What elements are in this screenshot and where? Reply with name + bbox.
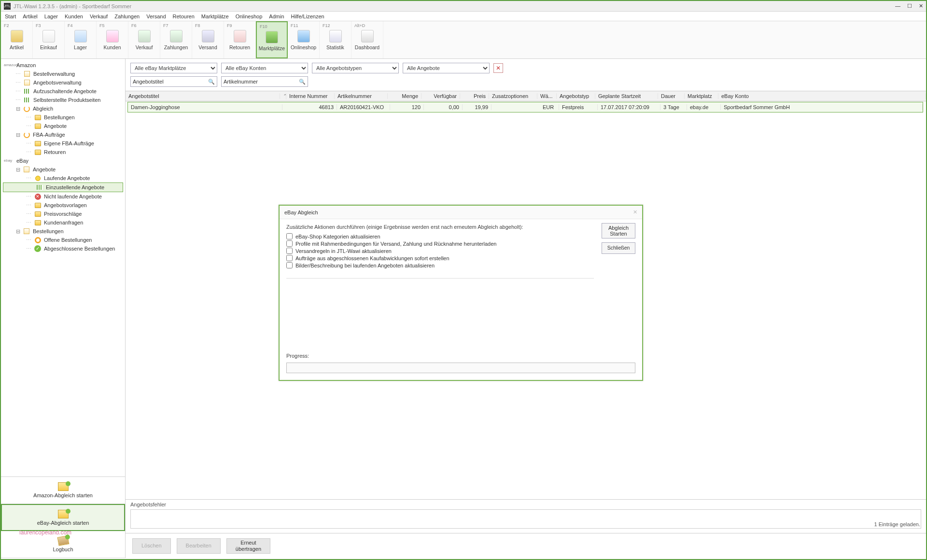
tree-aufzuschaltende[interactable]: ⋯Aufzuschaltende Angebote [1,87,125,96]
tree-abgleich-bestellungen[interactable]: ⋯Bestellungen [1,113,125,122]
tree-selbsterstellte[interactable]: ⋯Selbsterstellte Produktseiten [1,96,125,104]
col-anum[interactable]: Artikelnummer [335,93,388,99]
errors-label: Angebotsfehler [130,502,921,507]
menu-start[interactable]: Start [5,14,16,19]
folder-icon [35,203,41,208]
abgleich-starten-button[interactable]: AbgleichStarten [602,223,635,238]
tree-abgeschlossene-bestellungen[interactable]: ⋯✓Abgeschlossene Bestellungen [1,244,125,253]
dialog-titlebar[interactable]: eBay Abgleich ✕ [280,206,642,219]
ribbon-marktplaetze[interactable]: F10Marktplätze [256,21,288,58]
dashboard-icon [361,30,374,42]
col-konto[interactable]: eBay Konto [718,93,926,99]
tree-kundenanfragen[interactable]: ⋯Kundenanfragen [1,218,125,227]
checkbox[interactable] [286,262,293,268]
maximize-icon[interactable]: ☐ [907,3,912,9]
schliessen-button[interactable]: Schließen [602,242,635,254]
checkbox[interactable] [286,248,293,254]
col-title[interactable]: Angebotstitel [126,93,280,99]
tree-abgleich-angebote[interactable]: ⋯Angebote [1,122,125,130]
people-icon [106,30,119,42]
search-artnum-input[interactable]: Artikelnummer🔍 [221,76,308,87]
sort-icon[interactable]: ⌃ [280,93,286,99]
ribbon-retouren[interactable]: F9Retouren [224,21,256,58]
search-title-input[interactable]: Angebotstitel🔍 [130,76,217,87]
tree-angebotsverwaltung[interactable]: ⋯Angebotsverwaltung [1,78,125,87]
col-atyp[interactable]: Angebotstyp [557,93,595,99]
dialog-close-icon[interactable]: ✕ [633,209,637,215]
tree-angebotsvorlagen[interactable]: ⋯Angebotsvorlagen [1,201,125,210]
filter-types[interactable]: Alle Angebotstypen [312,63,399,73]
tree-offene-bestellungen[interactable]: ⋯Offene Bestellungen [1,236,125,244]
sync-icon [24,106,30,112]
menu-versand[interactable]: Versand [146,14,166,19]
menu-onlineshop[interactable]: Onlineshop [236,14,263,19]
errors-box[interactable] [130,509,921,529]
col-menge[interactable]: Menge [388,93,421,99]
close-icon[interactable]: ✕ [919,3,923,9]
filter-offers[interactable]: Alle Angebote [403,63,490,73]
filter-marketplaces[interactable]: Alle eBay Marktplätze [130,63,217,73]
tree-einzustellende-angebote[interactable]: Einzustellende Angebote [3,182,123,192]
check-versandregeln[interactable]: Versandregeln in JTL-Wawi aktualisieren [286,247,635,254]
tree-ebay-bestellungen[interactable]: ⊟Bestellungen [1,227,125,236]
tree-ebay-angebote[interactable]: ⊟Angebote [1,165,125,174]
edit-button[interactable]: Bearbeiten [177,538,221,554]
tree-fba-eigene[interactable]: ⋯Eigene FBA-Aufträge [1,139,125,148]
tree-ebay-header[interactable]: ebayeBay [1,156,125,165]
grid-header[interactable]: Angebotstitel ⌃ Interne Nummer Artikelnu… [126,91,926,101]
menu-lager[interactable]: Lager [44,14,58,19]
ribbon-lager[interactable]: F4Lager [65,21,97,58]
tree-bestellverwaltung[interactable]: ⋯Bestellverwaltung [1,70,125,78]
checkbox[interactable] [286,240,293,247]
tree-amazon-header[interactable]: amazonAmazon [1,61,125,70]
col-verf[interactable]: Verfügbar [421,93,460,99]
bars-icon [24,89,30,94]
ribbon-verkauf[interactable]: F6Verkauf [128,21,160,58]
menu-artikel[interactable]: Artikel [23,14,38,19]
delete-button[interactable]: Löschen [132,538,171,554]
ribbon-artikel[interactable]: F2Artikel [1,21,33,58]
col-start[interactable]: Geplante Startzeit [595,93,658,99]
clear-filter-button[interactable]: ✕ [493,63,503,73]
checkbox[interactable] [286,233,293,239]
amazon-abgleich-button[interactable]: Amazon-Abgleich starten [1,477,125,504]
menu-verkauf[interactable]: Verkauf [90,14,108,19]
tree-fba-retouren[interactable]: ⋯Retouren [1,148,125,156]
col-wae[interactable]: Wä... [537,93,557,99]
tree-abgleich[interactable]: ⊟Abgleich [1,104,125,113]
check-auftraege[interactable]: Aufträge aus abgeschlossenen Kaufabwickl… [286,254,635,262]
ribbon-dashboard[interactable]: Alt+DDashboard [351,21,383,58]
menu-marktplaetze[interactable]: Marktplätze [201,14,229,19]
window-title: JTL-Wawi 1.2.3.5 - (admin) - Sportbedarf… [14,3,895,9]
col-mkt[interactable]: Marktplatz [685,93,718,99]
retry-button[interactable]: Erneutübertragen [226,538,270,554]
filter-accounts[interactable]: Alle eBay Konten [221,63,308,73]
tree-nicht-laufende[interactable]: ⋯✕Nicht laufende Angebote [1,192,125,201]
minimize-icon[interactable]: — [895,3,900,9]
bars-icon [24,98,30,102]
col-opt[interactable]: Zusatzoptionen [489,93,537,99]
check-shop-kategorien[interactable]: eBay-Shop Kategorien aktualisieren [286,233,635,240]
tree-preisvorschlaege[interactable]: ⋯Preisvorschläge [1,210,125,218]
ebay-abgleich-button[interactable]: eBay-Abgleich starten [1,504,125,531]
ribbon-onlineshop[interactable]: F11Onlineshop [288,21,320,58]
ribbon-statistik[interactable]: F12Statistik [320,21,351,58]
menu-admin[interactable]: Admin [269,14,284,19]
check-bilder[interactable]: Bilder/Beschreibung bei laufenden Angebo… [286,262,635,269]
col-preis[interactable]: Preis [460,93,489,99]
ribbon-zahlungen[interactable]: F7Zahlungen [160,21,192,58]
ribbon-kunden[interactable]: F5Kunden [97,21,128,58]
checkbox[interactable] [286,255,293,261]
ribbon-versand[interactable]: F8Versand [192,21,224,58]
menu-kunden[interactable]: Kunden [65,14,83,19]
ribbon-einkauf[interactable]: F3Einkauf [33,21,65,58]
menu-zahlungen[interactable]: Zahlungen [114,14,140,19]
col-inum[interactable]: Interne Nummer [286,93,335,99]
tree-fba[interactable]: ⊟FBA-Aufträge [1,130,125,139]
menu-retouren[interactable]: Retouren [173,14,195,19]
tree-laufende-angebote[interactable]: ⋯Laufende Angebote [1,174,125,182]
check-profile[interactable]: Profile mit Rahmenbedingungen für Versan… [286,240,635,247]
table-row[interactable]: Damen-Jogginghose 46813 AR20160421-VKO 1… [127,102,923,112]
menu-hilfe[interactable]: Hilfe/Lizenzen [291,14,324,19]
col-dauer[interactable]: Dauer [658,93,685,99]
